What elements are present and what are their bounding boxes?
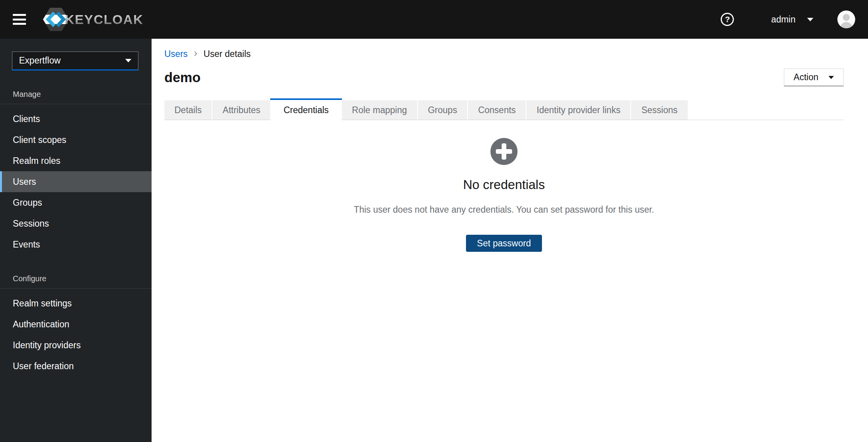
keycloak-logo[interactable]: KEYCLOAK [41, 7, 143, 32]
empty-state-description: This user does not have any credentials.… [354, 204, 654, 215]
breadcrumb-current: User details [204, 49, 250, 59]
brand-wordmark: KEYCLOAK [65, 12, 143, 27]
set-password-button[interactable]: Set password [466, 235, 542, 252]
sidebar-item-realm-settings[interactable]: Realm settings [0, 293, 152, 314]
nav-section-title-manage: Manage [13, 90, 139, 99]
tab-attributes[interactable]: Attributes [212, 100, 270, 120]
main-content: Users › User details demo Action Details… [152, 39, 868, 442]
nav-section-title-configure: Configure [13, 274, 139, 283]
page-title: demo [164, 68, 200, 87]
sidebar-item-authentication[interactable]: Authentication [0, 314, 152, 335]
user-menu-label: admin [771, 14, 796, 25]
caret-down-icon [807, 18, 813, 21]
tab-role-mapping[interactable]: Role mapping [342, 100, 417, 120]
user-menu-dropdown[interactable]: admin [771, 14, 813, 25]
tab-groups[interactable]: Groups [417, 100, 467, 120]
masthead: KEYCLOAK ? admin [0, 0, 868, 39]
sidebar-item-users[interactable]: Users [0, 171, 152, 192]
action-dropdown-label: Action [794, 72, 818, 83]
sidebar-item-user-federation[interactable]: User federation [0, 356, 152, 377]
breadcrumb-chevron-icon: › [194, 48, 197, 60]
tab-details[interactable]: Details [164, 100, 212, 120]
sidebar: Expertflow Manage Clients Client scopes … [0, 39, 152, 442]
caret-down-icon [125, 59, 131, 62]
realm-selector[interactable]: Expertflow [12, 52, 138, 71]
action-dropdown[interactable]: Action [784, 69, 844, 86]
empty-state: No credentials This user does not have a… [164, 138, 844, 252]
sidebar-item-clients[interactable]: Clients [0, 108, 152, 129]
sidebar-item-groups[interactable]: Groups [0, 192, 152, 213]
breadcrumb: Users › User details [164, 48, 844, 60]
breadcrumb-link-users[interactable]: Users [164, 49, 188, 59]
sidebar-item-identity-providers[interactable]: Identity providers [0, 335, 152, 356]
avatar[interactable] [837, 10, 855, 28]
user-detail-tabs: Details Attributes Credentials Role mapp… [164, 99, 844, 120]
hamburger-icon[interactable] [13, 14, 26, 25]
sidebar-item-sessions[interactable]: Sessions [0, 213, 152, 234]
tab-sessions[interactable]: Sessions [630, 100, 687, 120]
empty-state-title: No credentials [463, 177, 545, 192]
nav-group-manage: Manage Clients Client scopes Realm roles… [0, 90, 152, 255]
tab-identity-provider-links[interactable]: Identity provider links [526, 100, 630, 120]
tab-consents[interactable]: Consents [467, 100, 526, 120]
nav-group-configure: Configure Realm settings Authentication … [0, 274, 152, 377]
realm-selector-value: Expertflow [19, 55, 60, 66]
plus-circle-icon [490, 138, 518, 165]
tab-credentials[interactable]: Credentials [270, 98, 342, 120]
sidebar-item-client-scopes[interactable]: Client scopes [0, 129, 152, 150]
sidebar-item-realm-roles[interactable]: Realm roles [0, 150, 152, 171]
caret-down-icon [828, 76, 834, 79]
sidebar-item-events[interactable]: Events [0, 234, 152, 255]
help-icon[interactable]: ? [721, 13, 734, 26]
